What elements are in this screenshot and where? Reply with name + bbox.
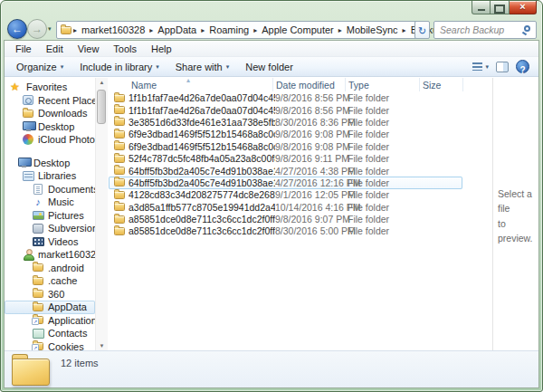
table-row[interactable]: 6f9e3dbad1469f5f512b15468a8c0c515748...9… (109, 129, 462, 140)
breadcrumb-separator-icon[interactable]: ▸ (199, 26, 206, 34)
table-row[interactable]: 64bff5fb3bd2a405c7e4d91b038ae1f97757...4… (109, 177, 462, 188)
breadcrumb-mobilesync[interactable]: MobileSync (344, 24, 401, 35)
sidebar-item-favorites[interactable]: Favorites (5, 81, 95, 94)
sidebar-item-recent-places[interactable]: Recent Places (5, 94, 95, 108)
sidebar-scrollbar[interactable]: ▲ ▼ (95, 78, 108, 350)
toolbar-button-organize[interactable]: Organize▾ (8, 60, 71, 74)
scroll-down-icon[interactable]: ▼ (96, 343, 108, 349)
table-row[interactable]: 3e3851d6d33fde461e31aa738e5fbc0cd869...8… (109, 116, 462, 128)
table-row[interactable]: 1f1b1faf7ae4d26a7de0aa07d04c45d32698...9… (109, 92, 462, 104)
monitor-icon (17, 158, 30, 167)
sidebar-item-documents[interactable]: Documents (5, 183, 95, 196)
sidebar-item-label: Recent Places (38, 95, 95, 106)
address-bar[interactable]: ▸ market160328▸AppData▸Roaming▸Apple Com… (56, 21, 429, 39)
breadcrumb-roaming[interactable]: Roaming (206, 24, 252, 35)
column-headers: ▴ NameDate modifiedTypeSize (109, 78, 491, 91)
forward-button[interactable] (27, 19, 47, 39)
file-name: 6f9e3dbad1469f5f512b15468a8c0c515748... (129, 129, 275, 139)
sidebar-item-application-data[interactable]: Application Data (5, 314, 95, 328)
dropdown-chevron-icon: ▾ (61, 63, 64, 70)
table-row[interactable]: 64bff5fb3bd2a405c7e4d91b038ae1f97757...4… (109, 165, 462, 177)
search-box[interactable]: Search Backup (433, 21, 537, 39)
sidebar-item-label: Cookies (48, 341, 84, 350)
sidebar-item-desktop[interactable]: Desktop (5, 120, 95, 134)
toolbar-button-new-folder[interactable]: New folder (237, 60, 301, 74)
refresh-button[interactable] (414, 21, 430, 39)
file-name: a3d85a1ffb577c8705e19941dd2a40cc5a19... (129, 202, 275, 213)
close-button[interactable] (510, 1, 537, 14)
toolbar-button-label: New folder (245, 62, 293, 72)
sidebar-item-desktop[interactable]: Desktop (5, 157, 95, 170)
breadcrumb-market160328[interactable]: market160328 (79, 24, 148, 35)
file-type: File folder (348, 141, 422, 152)
breadcrumb-apple-computer[interactable]: Apple Computer (259, 24, 337, 35)
folder-icon (114, 142, 125, 150)
table-row[interactable]: 4128cd83c34d208275774dc8e2689331306...9/… (109, 189, 462, 201)
table-row[interactable]: a85851dce0d8e711c3c6cc1dc2f0ff8b9b31...8… (109, 225, 462, 237)
file-date-modified: 9/1/2016 12:05 PM (275, 189, 348, 200)
minimize-button[interactable] (472, 1, 491, 14)
change-view-button[interactable]: ▾ (472, 62, 489, 71)
sort-ascending-icon: ▴ (186, 78, 190, 84)
menu-item-help[interactable]: Help (144, 43, 179, 54)
sidebar-item-cache[interactable]: .cache (5, 274, 95, 288)
breadcrumb-separator-icon[interactable]: ▸ (401, 26, 408, 34)
file-type: File folder (348, 129, 422, 139)
sidebar-item-android[interactable]: .android (5, 262, 95, 275)
menu-item-view[interactable]: View (71, 43, 107, 54)
folder-shortcut-icon (32, 342, 44, 350)
sidebar-item-subversion[interactable]: Subversion (5, 222, 95, 235)
sidebar-item-music[interactable]: Music (5, 196, 95, 209)
folder-icon (114, 155, 125, 163)
toolbar-button-share-with[interactable]: Share with▾ (167, 60, 238, 74)
help-button[interactable] (516, 60, 529, 73)
scrollbar-thumb[interactable] (97, 90, 106, 124)
file-name: 1f1b1faf7ae4d26a7de0aa07d04c45d32698... (129, 105, 275, 116)
sidebar-item-icloud-photos[interactable]: iCloud Photos (5, 133, 95, 147)
monitor-icon (22, 121, 34, 131)
table-row[interactable]: a3d85a1ffb577c8705e19941dd2a40cc5a19...1… (109, 201, 462, 213)
sidebar-item-libraries[interactable]: Libraries (5, 169, 95, 183)
table-row[interactable]: 6f9e3dbad1469f5f512b15468a8c0c515748...9… (109, 140, 462, 152)
breadcrumb-appdata[interactable]: AppData (155, 24, 199, 35)
column-header-date-modified[interactable]: Date modified (273, 78, 346, 91)
sidebar-item-contacts[interactable]: Contacts (5, 327, 95, 340)
table-row[interactable]: 1f1b1faf7ae4d26a7de0aa07d04c45d32698...9… (109, 104, 462, 116)
sidebar-item-market160328[interactable]: market160328 (5, 248, 95, 262)
sidebar-item-videos[interactable]: Videos (5, 235, 95, 249)
sidebar-item-360[interactable]: 360 (5, 288, 95, 301)
breadcrumb-separator-icon[interactable]: ▸ (252, 26, 259, 34)
maximize-button[interactable] (491, 1, 510, 14)
icloud-icon (22, 134, 34, 145)
folder-icon (114, 106, 125, 114)
sidebar-item-label: AppData (48, 301, 87, 312)
column-header-name[interactable]: Name (109, 78, 273, 91)
menu-item-edit[interactable]: Edit (39, 43, 71, 54)
file-type: File folder (348, 214, 422, 225)
column-header-type[interactable]: Type (346, 78, 420, 91)
menu-item-tools[interactable]: Tools (106, 43, 144, 54)
table-row[interactable]: 52f4c787dc5fc48fb4a05a23a8c00f8b99071...… (109, 152, 462, 164)
breadcrumb-separator-icon[interactable]: ▸ (148, 26, 155, 34)
libraries-icon (22, 171, 34, 181)
toolbar-button-include-in-library[interactable]: Include in library▾ (71, 60, 167, 74)
file-name: 4128cd83c34d208275774dc8e2689331306... (129, 189, 275, 200)
sidebar-item-downloads[interactable]: Downloads (5, 107, 95, 120)
dropdown-chevron-icon: ▾ (226, 63, 230, 70)
music-icon (32, 196, 44, 207)
breadcrumb-separator-icon[interactable]: ▸ (337, 26, 344, 34)
back-button[interactable] (7, 19, 27, 39)
folder-icon (114, 215, 125, 224)
file-rows: 1f1b1faf7ae4d26a7de0aa07d04c45d32698...9… (109, 92, 491, 238)
table-row[interactable]: a85851dce0d8e711c3c6cc1dc2f0ff8b9b31...9… (109, 213, 462, 225)
sidebar-item-cookies[interactable]: Cookies (5, 340, 95, 351)
sidebar-item-appdata[interactable]: AppData (5, 301, 95, 314)
nav-history-chevron-icon[interactable]: ▾ (48, 25, 52, 33)
menu-item-file[interactable]: File (8, 43, 39, 54)
column-header-size[interactable]: Size (420, 78, 463, 91)
folder-icon (32, 263, 44, 272)
sidebar-item-pictures[interactable]: Pictures (5, 209, 95, 223)
file-date-modified: 9/8/2016 9:11 PM (275, 153, 348, 164)
preview-pane-button[interactable] (496, 62, 509, 72)
scroll-up-icon[interactable]: ▲ (96, 80, 108, 85)
